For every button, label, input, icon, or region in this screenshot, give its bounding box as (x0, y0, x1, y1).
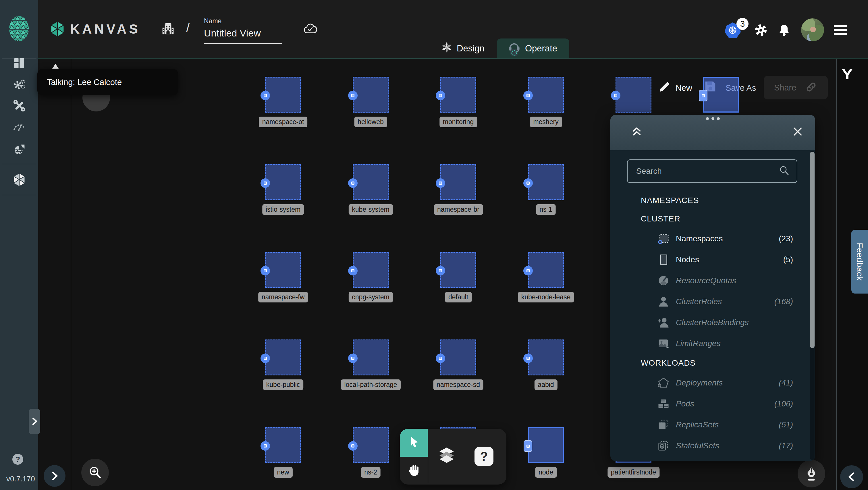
resource-item-limitranges[interactable]: LimitRanges (610, 333, 800, 354)
search-icon[interactable] (778, 165, 790, 178)
layer5-logo[interactable] (9, 16, 29, 43)
namespace-node-new[interactable] (265, 427, 301, 463)
namespace-node-meshery[interactable] (528, 77, 564, 113)
organization-icon[interactable] (161, 22, 175, 37)
sidebar-item-performance[interactable] (0, 118, 38, 136)
node-kind-bubble[interactable] (260, 91, 270, 100)
talking-tooltip: Talking: Lee Calcote (37, 69, 178, 95)
namespace-node-namespace-br[interactable] (440, 164, 476, 200)
feedback-tab[interactable]: Feedback (851, 230, 868, 294)
node-kind-bubble[interactable] (611, 91, 620, 100)
namespace-node-ns-1[interactable] (528, 164, 564, 200)
node-kind-bubble[interactable] (348, 91, 358, 100)
node-kind-bubble[interactable] (436, 354, 445, 363)
node-kind-bubble[interactable] (260, 441, 270, 451)
node-kind-bubble[interactable] (348, 266, 358, 275)
sidebar-item-toolbox[interactable] (0, 97, 38, 116)
sidebar-item-kanvas[interactable] (0, 171, 38, 190)
user-avatar[interactable] (801, 19, 824, 41)
resource-item-namespaces[interactable]: Namespaces(23) (610, 228, 800, 249)
namespace-node[interactable] (616, 77, 651, 113)
bottom-nav-next-button[interactable] (44, 465, 65, 487)
resource-item-clusterroles[interactable]: ClusterRoles(168) (610, 291, 800, 312)
hamburger-menu-icon[interactable] (834, 25, 847, 37)
dock-help-button[interactable]: ? (474, 447, 493, 466)
resource-item-nodes[interactable]: Nodes(5) (610, 249, 800, 270)
quota-icon (657, 275, 670, 287)
node-kind-bubble[interactable] (523, 266, 533, 275)
namespace-node-kube-node-lease[interactable] (528, 252, 564, 288)
namespace-node-node[interactable] (528, 427, 564, 463)
layers-icon[interactable] (438, 447, 456, 465)
help-button[interactable]: ? (12, 454, 23, 465)
hand-icon (407, 463, 421, 478)
node-label-chip: kube-node-lease (518, 292, 574, 302)
namespace-node-monitoring[interactable] (440, 77, 476, 113)
version-label: v0.7.170 (6, 474, 35, 483)
resource-item-statefulsets[interactable]: StatefulSets(17) (610, 435, 800, 456)
namespace-node-namespace-sd[interactable] (440, 339, 476, 375)
new-button-icon[interactable] (658, 81, 671, 95)
namespace-node-kube-system[interactable] (353, 164, 389, 200)
pan-tool-button[interactable] (400, 457, 428, 485)
resource-item-replicasets[interactable]: ReplicaSets(51) (610, 414, 800, 435)
zoom-in-button[interactable] (81, 459, 109, 486)
kanvas-logo-icon (50, 21, 65, 37)
resource-item-deployments[interactable]: Deployments(41) (610, 372, 800, 393)
resource-item-pods[interactable]: Pods(106) (610, 393, 800, 414)
tab-operate[interactable]: Operate (497, 38, 569, 58)
node-kind-bubble[interactable] (523, 91, 533, 100)
panel-expand-icon[interactable] (631, 126, 643, 139)
node-kind-bubble[interactable] (260, 178, 270, 188)
namespace-node-ns-2[interactable] (353, 427, 389, 463)
namespace-node-cnpg-system[interactable] (353, 252, 389, 288)
namespace-node-istio-system[interactable] (265, 164, 301, 200)
collapse-right-button[interactable] (840, 465, 863, 488)
node-label-chip: local-path-storage (341, 379, 400, 390)
node-kind-bubble[interactable] (523, 178, 533, 188)
namespace-node[interactable] (703, 77, 739, 113)
notifications-bell-icon[interactable] (778, 24, 790, 38)
search-input[interactable] (636, 166, 778, 176)
toolbox-icon (13, 99, 26, 114)
namespace-node-aabid[interactable] (528, 339, 564, 375)
sidebar-item-extensions[interactable] (0, 141, 38, 160)
panel-drag-handle[interactable] (706, 117, 720, 120)
sidebar-item-dashboard[interactable] (0, 55, 38, 73)
node-label-chip: kube-system (348, 204, 393, 215)
node-kind-bubble[interactable] (523, 354, 533, 363)
node-label-chip: helloweb (354, 117, 387, 127)
resource-item-resourcequotas[interactable]: ResourceQuotas (610, 270, 800, 291)
tab-design[interactable]: Design (441, 40, 485, 57)
node-kind-bubble[interactable] (260, 266, 270, 275)
namespace-node-local-path-storage[interactable] (353, 339, 389, 375)
doc-name-input[interactable] (204, 28, 281, 39)
panel-scrollbar-thumb[interactable] (810, 152, 814, 348)
node-kind-bubble[interactable] (348, 354, 358, 363)
node-label-chip: default (445, 292, 472, 302)
node-kind-bubble[interactable] (436, 178, 445, 188)
select-tool-button[interactable] (400, 429, 428, 457)
pen-tool-button[interactable] (798, 460, 825, 487)
namespace-node-namespace-ot[interactable] (265, 77, 301, 113)
node-kind-bubble[interactable] (348, 178, 358, 188)
canvas-right-border (836, 59, 837, 490)
namespace-node-kube-public[interactable] (265, 339, 301, 375)
share-button[interactable]: Share (764, 76, 828, 99)
namespace-node-helloweb[interactable] (353, 77, 389, 113)
sidebar-item-lifecycle[interactable] (0, 76, 38, 94)
node-kind-bubble[interactable] (260, 354, 270, 363)
namespace-node-default[interactable] (440, 252, 476, 288)
node-kind-bubble[interactable] (436, 91, 445, 100)
namespace-node-namespace-fw[interactable] (265, 252, 301, 288)
node-kind-bubble[interactable] (524, 440, 532, 452)
panel-close-icon[interactable] (793, 126, 803, 138)
node-kind-bubble[interactable] (699, 90, 707, 101)
node-kind-bubble[interactable] (348, 441, 358, 451)
node-label-chip: patientfirstnode (608, 467, 659, 478)
new-button[interactable]: New (676, 83, 692, 93)
resource-item-clusterrolebindings[interactable]: ClusterRoleBindings (610, 312, 800, 333)
sidebar-expand-handle[interactable] (29, 409, 40, 434)
settings-gear-icon[interactable] (754, 24, 768, 38)
node-kind-bubble[interactable] (436, 266, 445, 275)
